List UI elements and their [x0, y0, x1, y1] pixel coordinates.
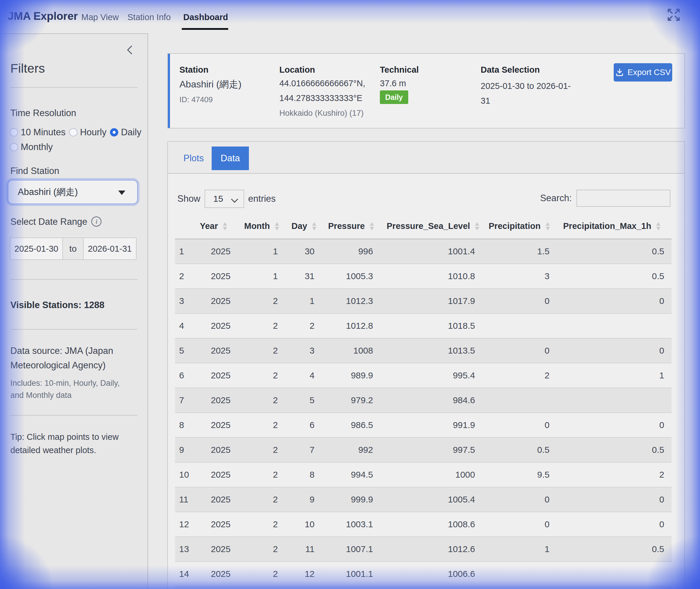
tab-data[interactable]: Data: [212, 147, 249, 170]
data-cell: 0.5: [557, 437, 671, 462]
data-cell: 995.4: [380, 363, 482, 388]
radio-daily[interactable]: Daily: [110, 127, 141, 138]
col-header-year[interactable]: Year: [193, 214, 238, 239]
info-icon[interactable]: i: [91, 216, 101, 227]
data-cell: 2025: [193, 264, 238, 288]
chevron-down-icon: [118, 191, 125, 195]
divider: [10, 279, 137, 280]
row-index-cell: 11: [175, 487, 193, 512]
data-cell: 0.5: [482, 437, 557, 462]
data-cell: 1008.6: [380, 512, 482, 537]
data-cell: 6: [285, 413, 322, 437]
data-cell: 1: [482, 537, 557, 562]
search-input[interactable]: [576, 190, 671, 207]
data-cell: 2025: [193, 462, 238, 487]
data-cell: 12: [285, 562, 322, 586]
row-index-cell: 8: [175, 413, 193, 437]
radio-10-minutes[interactable]: 10 Minutes: [10, 127, 65, 138]
col-header-pressure[interactable]: Pressure: [322, 214, 380, 239]
data-cell: 0: [482, 338, 557, 363]
tab-strip: Plots Data: [168, 142, 684, 174]
data-cell: [557, 562, 671, 586]
nav-link-station-info[interactable]: Station Info: [127, 12, 171, 22]
data-cell: 1.5: [482, 239, 557, 264]
data-cell-clipped: [671, 586, 672, 589]
table-row: 10202528994.510009.52: [175, 462, 672, 487]
data-source-note: Includes: 10-min, Hourly, Daily, and Mon…: [10, 377, 126, 401]
fullscreen-icon[interactable]: [665, 6, 682, 23]
col-header-month[interactable]: Month: [238, 214, 285, 239]
divider: [10, 415, 137, 416]
data-cell: 0: [482, 288, 557, 314]
data-cell: 0: [482, 512, 557, 537]
data-cell-clipped: [671, 462, 672, 487]
data-cell: 984.6: [380, 388, 482, 413]
data-cell: 2: [557, 462, 671, 487]
app-title: JMA Explorer: [8, 10, 78, 22]
sidebar-collapse-icon[interactable]: [124, 43, 136, 56]
station-dropdown[interactable]: Abashiri (網走): [8, 180, 138, 204]
table-row: 7202525979.2984.6: [175, 388, 672, 413]
data-cell-clipped: [671, 363, 672, 388]
row-index-cell: 4: [175, 314, 193, 338]
nav-link-dashboard[interactable]: Dashboard: [183, 12, 228, 22]
data-cell: 2: [238, 363, 285, 388]
data-cell: 996.7: [380, 586, 482, 589]
dashboard-panel: Plots Data Show 15 entries Search:: [167, 141, 685, 589]
data-cell: 1005.4: [380, 487, 482, 512]
col-header-precipitation[interactable]: Precipitation: [482, 214, 557, 239]
row-index-cell: 3: [175, 288, 193, 314]
data-cell: 991.9: [380, 413, 482, 437]
data-cell-clipped: [671, 413, 672, 437]
data-cell: 2025: [193, 586, 238, 589]
time-resolution-group-row1: 10 Minutes Hourly Daily: [10, 127, 141, 138]
row-index-cell: 15: [175, 586, 193, 589]
col-header-pressure-sea-level[interactable]: Pressure_Sea_Level: [380, 214, 482, 239]
date-start-input[interactable]: 2025-01-30: [10, 237, 63, 260]
data-cell: 31: [285, 264, 322, 288]
data-cell: 2025: [193, 413, 238, 437]
col-header-precipitation-max-1h[interactable]: Precipitation_Max_1h: [557, 214, 671, 239]
table-row: 220251311005.31010.830.5: [175, 264, 672, 288]
data-cell: 2025: [193, 314, 238, 338]
radio-hourly[interactable]: Hourly: [69, 127, 107, 138]
location-lon: 144.278333333333°E: [279, 93, 363, 103]
data-cell: 0: [482, 413, 557, 437]
radio-monthly[interactable]: Monthly: [10, 142, 53, 152]
date-end-input[interactable]: 2026-01-31: [83, 237, 137, 260]
table-body: 120251309961001.41.50.5220251311005.3101…: [175, 239, 672, 589]
export-csv-button[interactable]: Export CSV: [614, 63, 672, 81]
page-length-select[interactable]: 15: [204, 190, 244, 208]
data-source-text: Data source: JMA (Japan Meteorological A…: [10, 344, 129, 373]
data-cell: 9.5: [482, 462, 557, 487]
data-cell: 1012.3: [322, 288, 380, 314]
station-id: ID: 47409: [179, 95, 213, 104]
data-cell: 1: [238, 264, 285, 288]
data-cell: 5: [285, 388, 322, 413]
time-resolution-group-row2: Monthly: [10, 142, 53, 152]
chevron-down-icon: [231, 196, 238, 203]
data-cell: 1001.4: [380, 239, 482, 264]
data-cell: [482, 388, 557, 413]
col-header-clipped[interactable]: P: [671, 214, 672, 239]
data-cell: 2025: [193, 239, 238, 264]
col-header-day[interactable]: Day: [285, 214, 322, 239]
data-cell: 996: [322, 239, 380, 264]
data-cell: 2: [238, 388, 285, 413]
sidebar-title: Filters: [10, 61, 45, 75]
sort-icon: [275, 221, 279, 231]
tab-plots[interactable]: Plots: [176, 147, 212, 170]
data-table-wrapper: Year Month Day Pressure Pressure_Sea_Lev…: [175, 214, 672, 589]
nav-link-map-view[interactable]: Map View: [81, 12, 119, 22]
data-cell: 1: [238, 239, 285, 264]
table-row: 1420252121001.11006.6: [175, 562, 672, 586]
data-cell-clipped: [671, 437, 672, 462]
data-cell: 0.5: [557, 537, 671, 562]
row-index-cell: 9: [175, 437, 193, 462]
data-selection-label: Data Selection: [481, 65, 540, 75]
data-cell: 2: [238, 462, 285, 487]
radio-circle-icon: [10, 128, 18, 137]
sort-icon: [475, 221, 479, 231]
data-cell-clipped: [671, 562, 672, 586]
data-cell: [557, 314, 671, 338]
